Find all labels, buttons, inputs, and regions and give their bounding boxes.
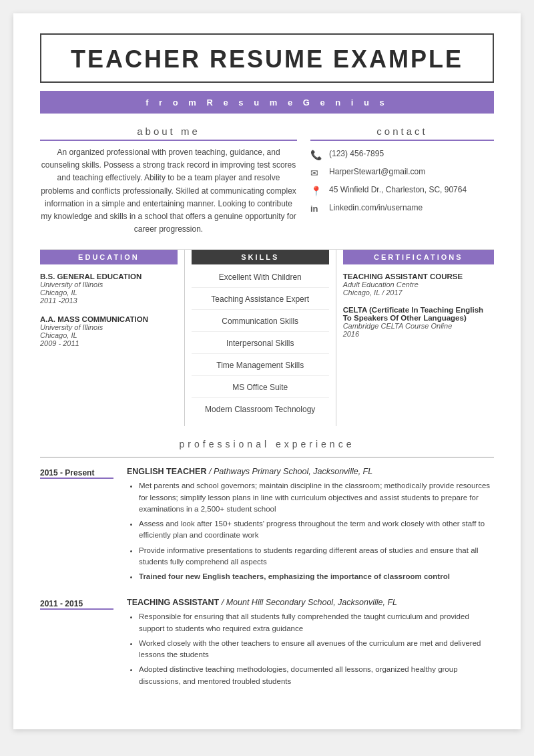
exp-content-1: ENGLISH TEACHER / Pathways Primary Schoo…	[127, 467, 494, 586]
about-text: An organized professional with proven te…	[40, 146, 297, 236]
certifications-heading: CERTIFICATIONS	[343, 250, 494, 264]
exp-title-1: ENGLISH TEACHER / Pathways Primary Schoo…	[127, 467, 494, 476]
phone-text: (123) 456-7895	[329, 149, 384, 158]
skill-2: Teaching Assistance Expert	[192, 295, 329, 310]
edu-location-1: Chicago, IL	[40, 289, 178, 297]
skill-4: Interpersonal Skills	[192, 339, 329, 354]
exp-employer-2: Mount Hill Secondary School, Jacksonvill…	[226, 598, 397, 607]
skills-column: SKILLS Excellent With Children Teaching …	[184, 250, 336, 426]
edu-location-2: Chicago, IL	[40, 331, 178, 339]
edu-entry-1: B.S. GENERAL EDUCATION University of Ill…	[40, 272, 178, 305]
exp-bullet-1-1: Met parents and school governors; mainta…	[139, 480, 494, 515]
contact-email: ✉ HarperStewart@gmail.com	[310, 167, 494, 178]
title-box: TEACHER RESUME EXAMPLE	[40, 33, 494, 83]
exp-date-1: 2015 - Present	[40, 467, 113, 479]
three-col-section: EDUCATION B.S. GENERAL EDUCATION Univers…	[40, 249, 494, 426]
about-heading: about me	[40, 126, 297, 141]
cert-entry-1: TEACHING ASSISTANT COURSE Adult Educatio…	[343, 272, 494, 297]
linkedin-text: Linkedin.com/in/username	[329, 203, 423, 212]
cert-school-1: Adult Education Centre	[343, 280, 494, 289]
resume-container: TEACHER RESUME EXAMPLE f r o m R e s u m…	[13, 13, 521, 729]
skill-5: Time Management Skills	[192, 361, 329, 376]
exp-job-title-2: TEACHING ASSISTANT	[127, 598, 219, 607]
cert-entry-2: CELTA (Certificate In Teaching English T…	[343, 306, 494, 338]
contact-heading: contact	[310, 126, 494, 141]
exp-list-1: Met parents and school governors; mainta…	[127, 480, 494, 582]
exp-divider	[40, 457, 494, 457]
contact-linkedin: in Linkedin.com/in/username	[310, 203, 494, 214]
edu-entry-2: A.A. MASS COMMUNICATION University of Il…	[40, 315, 178, 347]
skill-6: MS Office Suite	[192, 383, 329, 398]
exp-bullet-1-4-text: Trained four new English teachers, empha…	[139, 572, 450, 580]
education-column: EDUCATION B.S. GENERAL EDUCATION Univers…	[40, 250, 184, 426]
exp-job-title-1: ENGLISH TEACHER	[127, 467, 206, 476]
edu-school-1: University of Illinois	[40, 280, 178, 289]
exp-content-2: TEACHING ASSISTANT / Mount Hill Secondar…	[127, 598, 494, 691]
cert-title-1: TEACHING ASSISTANT COURSE	[343, 272, 494, 280]
exp-bullet-1-3: Provide informative presentations to stu…	[139, 545, 494, 568]
skill-1: Excellent With Children	[192, 272, 329, 288]
exp-bullet-2-3: Adopted distinctive teaching methodologi…	[139, 664, 494, 687]
exp-list-2: Responsible for ensuring that all studen…	[127, 611, 494, 687]
location-icon: 📍	[310, 186, 322, 196]
phone-icon: 📞	[310, 150, 322, 160]
prof-exp-heading: professional experience	[180, 439, 355, 449]
edu-years-1: 2011 -2013	[40, 297, 178, 305]
prof-exp-section: professional experience	[40, 438, 494, 450]
about-column: about me An organized professional with …	[40, 126, 297, 236]
skill-7: Modern Classroom Technology	[192, 405, 329, 419]
certifications-column: CERTIFICATIONS TEACHING ASSISTANT COURSE…	[336, 250, 494, 426]
cert-title-2: CELTA (Certificate In Teaching English T…	[343, 306, 494, 322]
exp-date-2: 2011 - 2015	[40, 598, 113, 610]
exp-bullet-2-1: Responsible for ensuring that all studen…	[139, 611, 494, 634]
skills-heading: SKILLS	[192, 250, 329, 264]
contact-phone: 📞 (123) 456-7895	[310, 149, 494, 160]
edu-school-2: University of Illinois	[40, 323, 178, 331]
top-section: about me An organized professional with …	[40, 126, 494, 236]
cert-school-2: Cambridge CELTA Course Online	[343, 322, 494, 330]
skill-3: Communication Skills	[192, 317, 329, 332]
education-heading: EDUCATION	[40, 250, 178, 264]
exp-employer-1: Pathways Primary School, Jacksonville, F…	[214, 467, 372, 476]
exp-entry-1: 2015 - Present ENGLISH TEACHER / Pathway…	[40, 467, 494, 586]
exp-bullet-1-2: Assess and look after 150+ students' pro…	[139, 518, 494, 542]
cert-year-2: 2016	[343, 330, 494, 338]
resume-title: TEACHER RESUME EXAMPLE	[55, 45, 479, 73]
address-text: 45 Winfield Dr., Charleston, SC, 90764	[329, 185, 467, 194]
exp-bullet-1-4: Trained four new English teachers, empha…	[139, 571, 494, 582]
edu-degree-1: B.S. GENERAL EDUCATION	[40, 272, 178, 280]
contact-column: contact 📞 (123) 456-7895 ✉ HarperStewart…	[310, 126, 494, 236]
edu-years-2: 2009 - 2011	[40, 339, 178, 347]
email-icon: ✉	[310, 168, 322, 178]
banner-text: f r o m R e s u m e G e n i u s	[146, 98, 388, 108]
linkedin-icon: in	[310, 204, 322, 214]
exp-title-2: TEACHING ASSISTANT / Mount Hill Secondar…	[127, 598, 494, 607]
email-text: HarperStewart@gmail.com	[329, 167, 425, 176]
exp-entry-2: 2011 - 2015 TEACHING ASSISTANT / Mount H…	[40, 598, 494, 691]
contact-address: 📍 45 Winfield Dr., Charleston, SC, 90764	[310, 185, 494, 196]
exp-bullet-2-2: Worked closely with the other teachers t…	[139, 638, 494, 661]
from-banner: f r o m R e s u m e G e n i u s	[40, 91, 494, 114]
cert-year-1: Chicago, IL / 2017	[343, 289, 494, 297]
edu-degree-2: A.A. MASS COMMUNICATION	[40, 315, 178, 323]
